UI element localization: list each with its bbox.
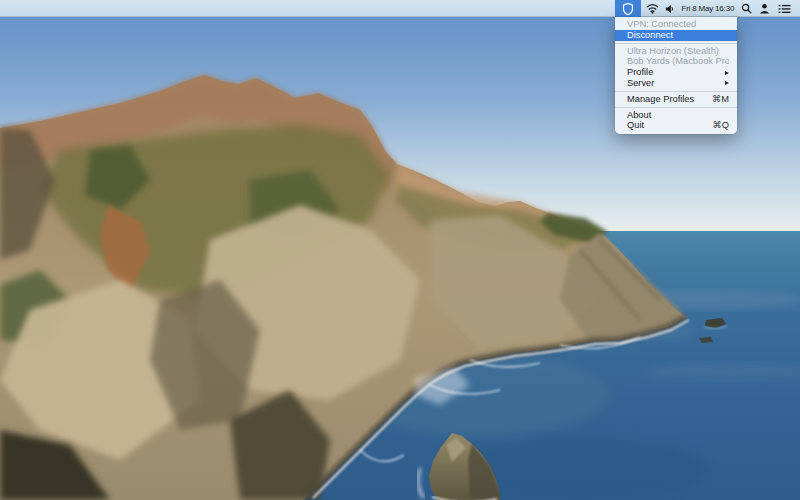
wifi-menu-bar-item[interactable] (646, 0, 660, 17)
menu-item-quit[interactable]: Quit⌘Q (615, 120, 737, 131)
search-icon (741, 3, 752, 14)
menu-separator (615, 107, 737, 108)
spotlight-menu-bar-item[interactable] (741, 0, 752, 17)
submenu-arrow-icon (725, 81, 729, 85)
menu-item-label: Quit (627, 120, 706, 131)
menu-bar-status-area: Fri 8 May 16:30 (615, 0, 800, 17)
menu-item-label: Bob Yards (Macbook Pro) (627, 56, 729, 67)
menu-item-label: Manage Profiles (627, 94, 706, 105)
vpn-dropdown-menu: VPN: ConnectedDisconnectUltra Horizon (S… (615, 17, 737, 134)
menu-item-server[interactable]: Server (615, 78, 737, 89)
menu-item-vpn-connected: VPN: Connected (615, 19, 737, 30)
menu-item-shortcut: ⌘M (712, 94, 729, 105)
wifi-icon (646, 3, 659, 14)
user-menu-bar-item[interactable] (759, 0, 770, 17)
menu-item-label: VPN: Connected (627, 19, 729, 30)
menu-item-bob-yards-macbook-pro: Bob Yards (Macbook Pro) (615, 56, 737, 67)
menu-item-label: Ultra Horizon (Stealth) (627, 46, 729, 57)
menu-item-shortcut: ⌘Q (712, 120, 729, 131)
menu-item-profile[interactable]: Profile (615, 67, 737, 78)
menu-item-label: Server (627, 78, 719, 89)
volume-icon (665, 4, 674, 14)
menu-item-ultra-horizon-stealth: Ultra Horizon (Stealth) (615, 46, 737, 57)
vpn-menu-bar-item[interactable] (615, 0, 641, 17)
desktop: Fri 8 May 16:30 (0, 0, 800, 500)
menu-item-label: Disconnect (627, 30, 729, 41)
user-icon (759, 3, 770, 14)
menu-item-disconnect[interactable]: Disconnect (615, 30, 737, 41)
volume-menu-bar-item[interactable] (665, 0, 674, 17)
menu-item-manage-profiles[interactable]: Manage Profiles⌘M (615, 94, 737, 105)
notification-center-menu-bar-item[interactable] (777, 0, 791, 17)
shield-icon (622, 2, 634, 16)
menu-bar-clock[interactable]: Fri 8 May 16:30 (682, 0, 735, 17)
menu-bar: Fri 8 May 16:30 (0, 0, 800, 17)
menu-separator (615, 91, 737, 92)
submenu-arrow-icon (725, 71, 729, 75)
menu-item-label: Profile (627, 67, 719, 78)
menu-separator (615, 43, 737, 44)
list-icon (778, 4, 791, 14)
menu-item-about[interactable]: About (615, 110, 737, 121)
menu-item-label: About (627, 110, 729, 121)
